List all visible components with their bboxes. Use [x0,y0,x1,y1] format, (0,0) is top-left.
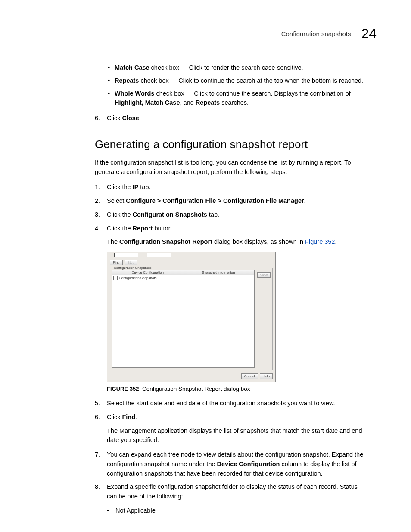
step-5: 5. Select the start date and end date of… [95,399,368,408]
table-header: Device Configuration Snapshot Informatio… [112,270,254,275]
dialog-name: Configuration Snapshot Report [119,238,212,245]
text: searches. [220,99,249,106]
step-7: 7. You can expand each tree node to view… [95,450,368,478]
text: Select the start date and end date of th… [107,399,368,408]
step-num: 6. [95,413,107,422]
step-8: 8. Expand a specific configuration snaps… [95,482,368,501]
menu-path: Configure > Configuration File > Configu… [126,197,304,204]
text: Select [107,197,126,204]
step-num: 2. [95,196,107,206]
text: . [304,197,306,204]
step-2: 2. Select Configure > Configuration File… [95,196,368,206]
text: Expand a specific configuration snapshot… [107,482,368,501]
text: check box — Click to continue the search… [154,90,350,97]
text: Click the [107,184,133,190]
label-repeats: Repeats [115,77,139,84]
text: Click [107,115,122,121]
text: tab. [138,184,150,190]
row-label: Configuration Snapshots [119,276,157,280]
step-num: 1. [95,183,107,192]
col-snapshot-info[interactable]: Snapshot Information [183,270,254,275]
text: . [135,414,137,420]
text: Click the [107,211,133,218]
header-title: Configuration snapshots [281,30,351,37]
view-button[interactable]: View [257,272,271,278]
figure-label: FIGURE 352 [107,386,139,392]
find-button[interactable]: Find [110,260,123,265]
help-button[interactable]: Help [260,373,273,379]
section-heading: Generating a configuration snapshot repo… [95,138,368,151]
end-date-field[interactable] [147,253,171,257]
report-button-label: Report [133,225,153,232]
dialog-date-bar [107,252,275,258]
label-match-case: Match Case [115,64,149,71]
figure-caption: FIGURE 352 Configuration Snapshot Report… [107,386,368,392]
dialog-footer: Cancel Help [107,372,275,382]
table-row[interactable]: Configuration Snapshots [112,275,254,281]
text: Click the [107,225,133,232]
step-4-sub: The Configuration Snapshot Report dialog… [107,237,368,247]
chapter-number: 24 [361,26,377,42]
snapshots-table[interactable]: Device Configuration Snapshot Informatio… [112,270,255,368]
label-whole-words: Whole Words [115,90,154,97]
page-header: Configuration snapshots 24 [34,26,377,42]
text: button. [153,225,173,232]
snapshots-groupbox: Configuration Snapshots Device Configura… [110,268,273,370]
step-4: 4. Click the Report button. [95,224,368,233]
config-snapshot-report-dialog: Find Stop Configuration Snapshots Device… [107,252,276,382]
step-num: 3. [95,210,107,220]
bullet-not-applicable: Not Applicable [107,506,368,516]
text: . [335,238,336,245]
step-6-sub: The Management application displays the … [107,426,368,445]
text: dialog box displays, as shown in [212,238,305,245]
device-config-label: Device Configuration [217,460,280,467]
status-bullets: Not Applicable [95,506,368,516]
col-device-config[interactable]: Device Configuration [112,270,183,275]
text: , and [180,99,195,106]
figure-352: Find Stop Configuration Snapshots Device… [107,252,368,382]
step-6-prev: 6. Click Close. [95,114,368,123]
tab-label: Configuration Snapshots [133,211,207,218]
text: tab. [207,211,219,218]
step-3: 3. Click the Configuration Snapshots tab… [95,210,368,220]
step-num: 5. [95,399,107,408]
step-num: 6. [95,114,107,123]
bullet-repeats: Repeats check box — Click to continue th… [108,76,368,86]
groupbox-label: Configuration Snapshots [113,266,153,270]
ip-tab-label: IP [133,184,139,190]
bullet-whole-words: Whole Words check box — Click to continu… [108,89,368,108]
text: Click [107,414,122,420]
bullet-match-case: Match Case check box — Click to render t… [108,63,368,73]
text-bold: Highlight, Match Case [115,99,180,106]
text: The [107,238,119,245]
continuation-bullet-list: Match Case check box — Click to render t… [95,63,368,108]
figure-title: Configuration Snapshot Report dialog box [142,386,250,392]
document-icon [113,276,118,280]
text: check box — Click to continue the search… [139,77,363,84]
step-num: 8. [95,482,107,492]
find-label: Find [122,414,135,420]
close-label: Close [122,115,139,121]
step-1: 1. Click the IP tab. [95,183,368,192]
step-6: 6. Click Find. [95,413,368,422]
figure-link[interactable]: Figure 352 [305,238,335,245]
text: check box — Click to render the search c… [149,64,303,71]
cancel-button[interactable]: Cancel [241,373,258,379]
intro-paragraph: If the configuration snapshot list is to… [95,158,368,177]
step-num: 7. [95,450,107,460]
start-date-field[interactable] [114,253,138,257]
text-bold: Repeats [196,99,220,106]
text: . [139,115,141,121]
step-num: 4. [95,224,107,233]
stop-button[interactable]: Stop [125,260,137,265]
